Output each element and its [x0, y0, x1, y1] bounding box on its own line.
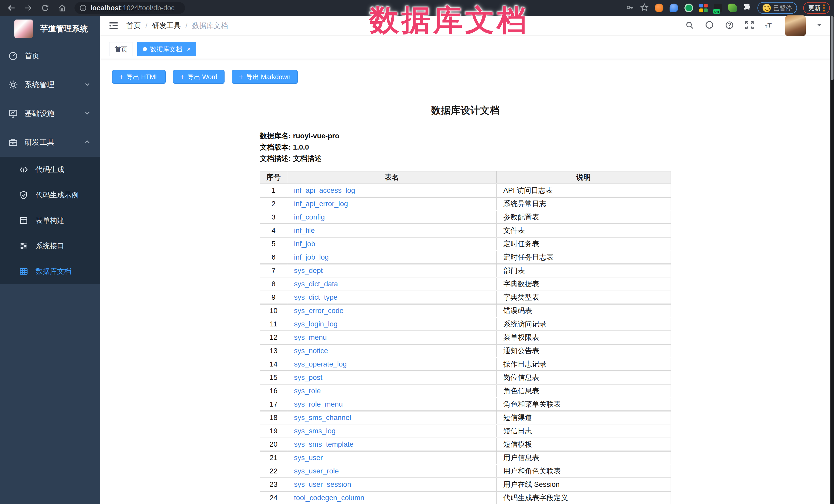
- table-row: 7 sys_dept 部门表: [260, 264, 671, 277]
- home-icon[interactable]: [57, 2, 68, 14]
- table-row: 18 sys_sms_channel 短信渠道: [260, 411, 671, 424]
- breadcrumb-devtools[interactable]: 研发工具: [152, 21, 181, 30]
- reload-icon[interactable]: [40, 2, 51, 14]
- font-size-icon[interactable]: TT: [765, 20, 775, 31]
- extension-on-badge-icon[interactable]: on: [714, 4, 722, 12]
- caret-down-icon[interactable]: [816, 22, 823, 29]
- row-no: 21: [260, 451, 287, 464]
- back-icon[interactable]: [6, 2, 17, 14]
- table-row: 9 sys_dict_type 字典类型表: [260, 291, 671, 304]
- plus-icon: +: [180, 73, 184, 81]
- sidebar-item-db-doc[interactable]: 数据库文档: [0, 259, 100, 284]
- table-name-link[interactable]: tool_codegen_column: [294, 494, 364, 502]
- table-name-link[interactable]: sys_sms_log: [294, 427, 335, 435]
- tag-db-doc[interactable]: 数据库文档 ×: [137, 42, 196, 56]
- key-icon[interactable]: [626, 3, 634, 13]
- form-grid-icon: [19, 216, 28, 225]
- table-name-link[interactable]: sys_dict_data: [294, 280, 338, 288]
- table-name-link[interactable]: sys_sms_template: [294, 440, 354, 448]
- table-name-link[interactable]: sys_dept: [294, 266, 323, 275]
- table-name-link[interactable]: inf_config: [294, 213, 325, 221]
- table-name-link[interactable]: sys_login_log: [294, 320, 337, 328]
- sidebar-item-codegen-demo[interactable]: 代码生成示例: [0, 182, 100, 208]
- extension-orange-icon[interactable]: [655, 4, 663, 12]
- table-row: 15 sys_post 岗位信息表: [260, 371, 671, 384]
- table-name-link[interactable]: sys_post: [294, 373, 323, 381]
- extension-green-check-icon[interactable]: [684, 4, 693, 12]
- app-logo-row[interactable]: 芋道管理系统: [0, 16, 100, 42]
- breadcrumb-current: 数据库文档: [192, 21, 228, 30]
- forward-icon[interactable]: [23, 2, 34, 14]
- code-icon: [19, 165, 28, 174]
- table-name-link[interactable]: inf_file: [294, 226, 315, 234]
- sidebar-item-infra[interactable]: 基础设施: [0, 99, 100, 128]
- paused-badge[interactable]: 已暂停: [758, 2, 797, 14]
- table-row: 1 inf_api_access_log API 访问日志表: [260, 184, 671, 197]
- browser-menu-icon[interactable]: [823, 4, 825, 12]
- extension-grid-icon[interactable]: [699, 4, 708, 12]
- row-desc: 定时任务日志表: [497, 251, 671, 264]
- page-scrollbar[interactable]: [830, 16, 834, 504]
- address-bar[interactable]: localhost:1024/tool/db-doc: [74, 2, 185, 14]
- gear-icon: [8, 80, 18, 90]
- sidebar-item-label: 代码生成示例: [36, 190, 79, 200]
- row-desc: 短信日志: [497, 424, 671, 437]
- button-label: 导出 Markdown: [246, 73, 290, 81]
- doc-meta: 数据库名:ruoyi-vue-pro 文档版本:1.0.0 文档描述:文档描述: [260, 131, 671, 163]
- table-name-link[interactable]: sys_menu: [294, 333, 327, 341]
- extensions-puzzle-icon[interactable]: [743, 3, 751, 13]
- sidebar-item-api[interactable]: 系统接口: [0, 233, 100, 259]
- table-name-link[interactable]: inf_job: [294, 240, 315, 248]
- row-desc: 操作日志记录: [497, 358, 671, 371]
- bookmark-star-icon[interactable]: [640, 3, 649, 13]
- table-name-link[interactable]: sys_user_role: [294, 467, 338, 475]
- sidebar-item-form-builder[interactable]: 表单构建: [0, 208, 100, 233]
- table-name-link[interactable]: sys_user_session: [294, 480, 351, 488]
- row-desc: 文件表: [497, 224, 671, 237]
- help-icon[interactable]: [725, 20, 734, 31]
- sidebar-item-devtools[interactable]: 研发工具: [0, 128, 100, 157]
- menu-fold-icon[interactable]: [107, 20, 120, 32]
- url-host: localhost: [90, 4, 121, 12]
- fullscreen-icon[interactable]: [745, 20, 754, 31]
- table-name-link[interactable]: sys_sms_channel: [294, 414, 351, 421]
- github-icon[interactable]: [704, 20, 714, 31]
- export-html-button[interactable]: + 导出 HTML: [112, 70, 166, 84]
- meta-label: 数据库名:: [260, 132, 291, 140]
- page-content: + 导出 HTML + 导出 Word + 导出 Markdown 数据库设计文…: [100, 70, 830, 504]
- table-name-link[interactable]: sys_operate_log: [294, 360, 347, 368]
- site-info-icon[interactable]: [79, 4, 87, 12]
- table-name-link[interactable]: sys_role: [294, 387, 321, 395]
- table-name-link[interactable]: inf_api_error_log: [294, 200, 348, 208]
- table-name-link[interactable]: inf_api_access_log: [294, 186, 355, 194]
- table-name-link[interactable]: inf_job_log: [294, 253, 329, 261]
- sidebar-item-system[interactable]: 系统管理: [0, 70, 100, 99]
- tag-home[interactable]: 首页: [109, 42, 133, 56]
- table-name-link[interactable]: sys_notice: [294, 347, 328, 355]
- url-path: :1024/tool/db-doc: [121, 4, 175, 12]
- export-markdown-button[interactable]: + 导出 Markdown: [232, 70, 298, 84]
- table-row: 10 sys_error_code 错误码表: [260, 304, 671, 317]
- sidebar-item-codegen[interactable]: 代码生成: [0, 157, 100, 182]
- table-name-link[interactable]: sys_error_code: [294, 307, 344, 314]
- breadcrumb-separator: /: [146, 22, 148, 30]
- extension-leaf-icon[interactable]: [728, 4, 737, 12]
- update-button[interactable]: 更新: [803, 2, 830, 14]
- search-icon[interactable]: [685, 21, 694, 31]
- user-avatar[interactable]: [785, 16, 806, 36]
- tag-close-icon[interactable]: ×: [187, 46, 191, 52]
- table-name-link[interactable]: sys_user: [294, 454, 323, 462]
- row-no: 15: [260, 371, 287, 384]
- breadcrumb-home[interactable]: 首页: [126, 21, 141, 30]
- scrollbar-thumb[interactable]: [831, 16, 833, 80]
- monitor-icon: [8, 109, 18, 118]
- extension-blue-icon[interactable]: [670, 4, 678, 12]
- row-no: 23: [260, 478, 287, 491]
- meta-label: 文档版本:: [260, 143, 291, 151]
- table-name-link[interactable]: sys_dict_type: [294, 293, 337, 301]
- export-word-button[interactable]: + 导出 Word: [173, 70, 224, 84]
- sidebar-item-home[interactable]: 首页: [0, 42, 100, 70]
- table-icon: [19, 267, 28, 276]
- row-no: 20: [260, 438, 287, 451]
- table-name-link[interactable]: sys_role_menu: [294, 400, 343, 408]
